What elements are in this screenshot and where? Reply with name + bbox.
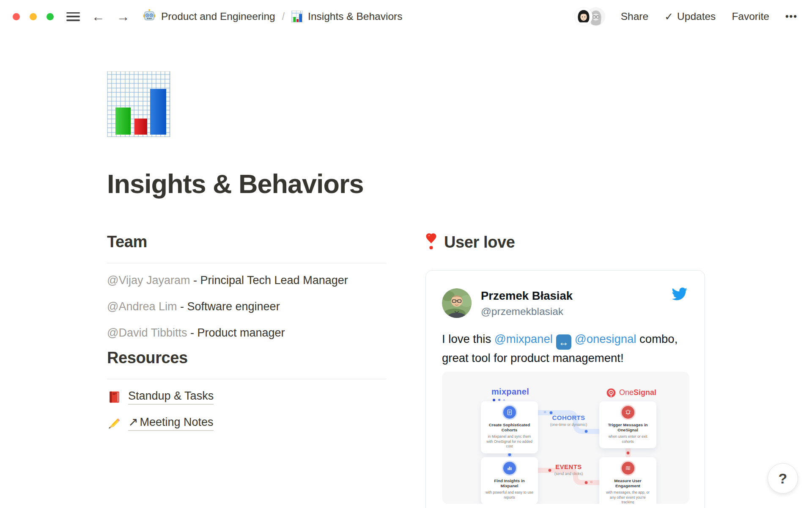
help-button[interactable]: ? bbox=[768, 463, 798, 494]
resources-heading: Resources bbox=[107, 349, 386, 367]
breadcrumb-workspace[interactable]: Product and Engineering bbox=[161, 11, 275, 22]
page-icon-bar-chart-emoji[interactable] bbox=[107, 71, 170, 137]
cohorts-label-group: COHORTS (one-time or dynamic) bbox=[540, 414, 597, 427]
pencil-emoji-icon bbox=[107, 416, 121, 430]
more-options-button[interactable]: ••• bbox=[785, 11, 798, 22]
robot-emoji-icon bbox=[143, 9, 156, 24]
user-love-heading: User love bbox=[444, 233, 515, 251]
mixpanel-mention-link[interactable]: @mixpanel bbox=[494, 332, 553, 345]
chevron-left-icon: « bbox=[590, 479, 593, 485]
collaborator-avatars[interactable] bbox=[575, 8, 605, 25]
person-mention[interactable]: @Andrea Lim bbox=[107, 300, 177, 313]
diagram-card-trigger-messages: Trigger Messages in OneSignal when users… bbox=[599, 401, 656, 449]
tweet-media-mixpanel-onesignal-diagram[interactable]: mixpanel OneSignal bbox=[442, 372, 689, 504]
back-arrow-icon[interactable]: ← bbox=[92, 10, 105, 23]
notion-window: ← → Product and Engineering / Insi bbox=[0, 0, 812, 508]
tweet-author-handle: @przemekblasiak bbox=[481, 306, 573, 318]
team-member-row: @Andrea Lim - Software engineer bbox=[107, 296, 386, 317]
sidebar-menu-icon[interactable] bbox=[66, 12, 80, 21]
favorite-button[interactable]: Favorite bbox=[732, 11, 769, 22]
close-window-button[interactable] bbox=[13, 13, 20, 20]
bell-icon bbox=[622, 406, 634, 419]
check-icon: ✓ bbox=[664, 11, 673, 23]
team-heading: Team bbox=[107, 233, 386, 251]
person-mention[interactable]: @Vijay Jayaram bbox=[107, 274, 190, 287]
team-member-row: @David Tibbitts - Product manager bbox=[107, 323, 386, 343]
left-right-arrow-emoji: ↔ bbox=[556, 334, 571, 350]
team-member-row: @Vijay Jayaram - Principal Tech Lead Man… bbox=[107, 270, 386, 290]
page-link-meeting-notes[interactable]: ↗Meeting Notes bbox=[107, 415, 386, 431]
forward-arrow-icon[interactable]: → bbox=[117, 10, 130, 23]
tweet-author-identity: Przemek Błasiak @przemekblasiak bbox=[481, 288, 573, 318]
page-title: Insights & Behaviors bbox=[107, 168, 705, 199]
onesignal-mention-link[interactable]: @onesignal bbox=[575, 332, 636, 345]
chart-lines-icon bbox=[622, 462, 634, 475]
right-column: User love bbox=[425, 233, 705, 508]
external-link-arrow-icon: ↗ bbox=[128, 415, 138, 428]
minimize-window-button[interactable] bbox=[30, 13, 37, 20]
tweet-text: I love this @mixpanel↔@onesignal combo, … bbox=[442, 331, 689, 367]
link-label: ↗Meeting Notes bbox=[128, 415, 214, 431]
updates-button[interactable]: ✓ Updates bbox=[664, 11, 716, 23]
page-content: Insights & Behaviors Team @Vijay Jayaram… bbox=[107, 71, 705, 508]
topbar: ← → Product and Engineering / Insi bbox=[0, 0, 812, 33]
user-love-heading-row: User love bbox=[425, 233, 705, 251]
divider bbox=[107, 379, 386, 379]
left-column: Team @Vijay Jayaram - Principal Tech Lea… bbox=[107, 233, 386, 508]
resource-links: Standup & Tasks ↗Meeting bbox=[107, 389, 386, 431]
breadcrumb-separator: / bbox=[282, 11, 285, 22]
tweet-embed-card: Przemek Błasiak @przemekblasiak I love t… bbox=[425, 270, 705, 508]
topbar-actions: Share ✓ Updates Favorite ••• bbox=[575, 8, 798, 25]
avatar[interactable] bbox=[575, 8, 593, 25]
person-mention[interactable]: @David Tibbitts bbox=[107, 326, 187, 339]
team-list: @Vijay Jayaram - Principal Tech Lead Man… bbox=[107, 270, 386, 343]
diagram-card-create-cohorts: Create Sophisticated Cohorts in Mixpanel… bbox=[481, 401, 538, 453]
page-link-standup-tasks[interactable]: Standup & Tasks bbox=[107, 389, 386, 405]
tweet-author-name[interactable]: Przemek Błasiak bbox=[481, 289, 573, 303]
member-role: - Software engineer bbox=[177, 300, 280, 313]
bar-chart-emoji-icon bbox=[291, 11, 303, 22]
link-label: Standup & Tasks bbox=[128, 389, 214, 405]
member-role: - Product manager bbox=[187, 326, 285, 339]
breadcrumb-page[interactable]: Insights & Behaviors bbox=[308, 11, 402, 22]
two-column-layout: Team @Vijay Jayaram - Principal Tech Lea… bbox=[107, 233, 705, 508]
diagram-card-find-insights: Find Insights in Mixpanel with powerful … bbox=[481, 457, 538, 504]
window-controls bbox=[13, 13, 54, 20]
diagram-card-measure-engagement: Measure User Engagement with messages, t… bbox=[599, 457, 656, 504]
red-book-emoji-icon bbox=[107, 390, 121, 404]
share-button[interactable]: Share bbox=[621, 11, 648, 22]
document-icon bbox=[503, 406, 516, 419]
member-role: - Principal Tech Lead Manager bbox=[190, 274, 348, 287]
heart-exclamation-emoji-icon bbox=[425, 233, 437, 251]
bar-chart-icon bbox=[503, 462, 516, 475]
updates-label: Updates bbox=[677, 11, 716, 22]
twitter-bird-icon[interactable] bbox=[672, 287, 688, 301]
tweet-header: Przemek Błasiak @przemekblasiak bbox=[442, 288, 689, 318]
zoom-window-button[interactable] bbox=[47, 13, 54, 20]
divider bbox=[107, 263, 386, 263]
events-label-group: EVENTS (send and clicks) bbox=[540, 463, 597, 476]
tweet-author-avatar[interactable] bbox=[442, 288, 472, 318]
